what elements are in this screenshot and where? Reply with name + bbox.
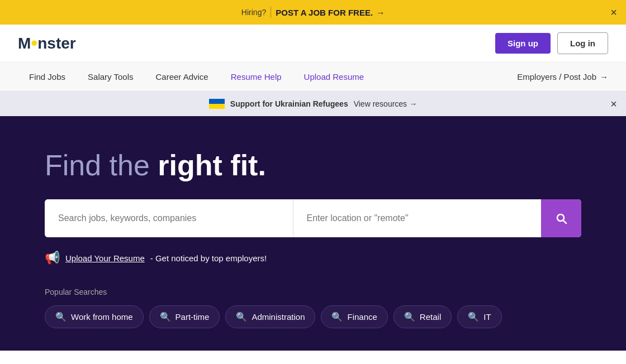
location-search-input[interactable] xyxy=(293,199,542,237)
navigation-bar: Find Jobs Salary Tools Career Advice Res… xyxy=(0,63,626,92)
nav-upload-resume[interactable]: Upload Resume xyxy=(293,63,376,92)
search-icon xyxy=(554,212,568,225)
logo-letter-m: M xyxy=(18,35,31,52)
svg-rect-1 xyxy=(209,104,225,109)
hiring-text: Hiring? xyxy=(241,8,266,17)
tag-search-icon: 🔍 xyxy=(55,312,67,322)
hero-title: Find the right fit. xyxy=(45,150,581,181)
ukraine-banner-close-button[interactable]: × xyxy=(610,98,617,111)
ukraine-flag-icon xyxy=(209,99,225,109)
nav-employers[interactable]: Employers / Post Job → xyxy=(517,72,608,82)
banner-close-button[interactable]: × xyxy=(610,7,617,18)
search-tag[interactable]: 🔍IT xyxy=(457,305,501,328)
header: M•nster Sign up Log in xyxy=(0,25,626,63)
banner-divider xyxy=(271,7,271,18)
hero-section: Find the right fit. 📢 Upload Your Resume… xyxy=(0,116,626,351)
upload-resume-suffix: - Get noticed by top employers! xyxy=(150,253,267,263)
nav-career-advice[interactable]: Career Advice xyxy=(144,63,219,92)
ukraine-banner: Support for Ukrainian Refugees View reso… xyxy=(0,92,626,116)
ukraine-support-text: Support for Ukrainian Refugees xyxy=(230,99,348,108)
nav-resume-help[interactable]: Resume Help xyxy=(220,63,293,92)
tag-search-icon: 🔍 xyxy=(404,312,415,322)
search-tag[interactable]: 🔍Work from home xyxy=(45,305,144,328)
signup-button[interactable]: Sign up xyxy=(495,33,551,54)
search-tag[interactable]: 🔍Part-time xyxy=(149,305,220,328)
search-tag[interactable]: 🔍Finance xyxy=(321,305,387,328)
top-banner: Hiring? POST A JOB FOR FREE. → × xyxy=(0,0,626,25)
monster-logo[interactable]: M•nster xyxy=(18,35,76,52)
upload-resume-link[interactable]: Upload Your Resume xyxy=(65,253,145,263)
login-button[interactable]: Log in xyxy=(557,32,608,54)
megaphone-icon: 📢 xyxy=(45,251,60,265)
tag-search-icon: 🔍 xyxy=(331,312,343,322)
popular-searches-section: Popular Searches 🔍Work from home🔍Part-ti… xyxy=(45,288,581,328)
popular-searches-label: Popular Searches xyxy=(45,288,581,296)
tag-search-icon: 🔍 xyxy=(160,312,171,322)
search-tag[interactable]: 🔍Retail xyxy=(393,305,452,328)
post-job-link[interactable]: POST A JOB FOR FREE. → xyxy=(276,8,385,17)
tag-search-icon: 🔍 xyxy=(468,312,479,322)
header-actions: Sign up Log in xyxy=(495,32,608,54)
view-resources-link[interactable]: View resources → xyxy=(354,99,417,108)
upload-resume-row: 📢 Upload Your Resume - Get noticed by to… xyxy=(45,251,581,265)
nav-salary-tools[interactable]: Salary Tools xyxy=(77,63,144,92)
search-tag[interactable]: 🔍Administration xyxy=(225,305,315,328)
logo-letters-rest: nster xyxy=(37,35,75,52)
nav-find-jobs[interactable]: Find Jobs xyxy=(18,63,77,92)
nav-links: Find Jobs Salary Tools Career Advice Res… xyxy=(18,63,517,92)
tag-search-icon: 🔍 xyxy=(236,312,247,322)
search-button[interactable] xyxy=(541,199,581,237)
job-search-input[interactable] xyxy=(45,199,293,237)
search-tags-container: 🔍Work from home🔍Part-time🔍Administration… xyxy=(45,305,581,328)
search-bar xyxy=(45,199,581,237)
svg-rect-0 xyxy=(209,99,225,104)
